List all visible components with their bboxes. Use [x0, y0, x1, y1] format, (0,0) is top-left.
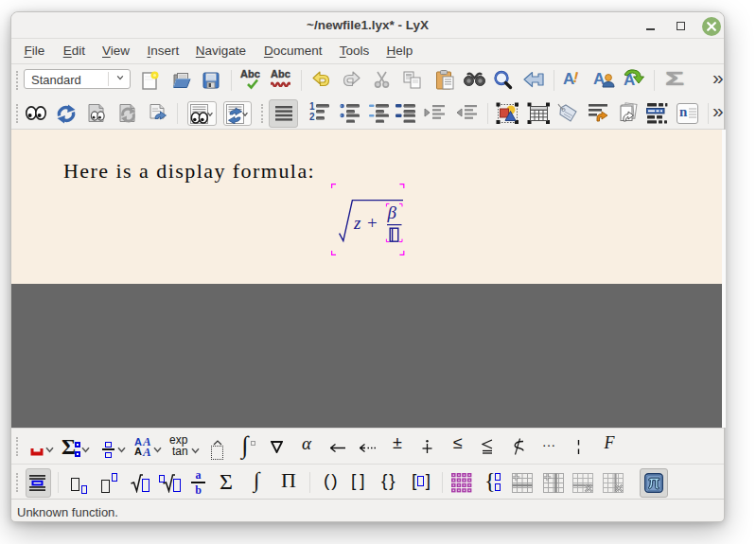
svg-text:β: β: [387, 202, 397, 222]
svg-text:+: +: [367, 213, 378, 233]
svg-text:z: z: [353, 213, 361, 233]
